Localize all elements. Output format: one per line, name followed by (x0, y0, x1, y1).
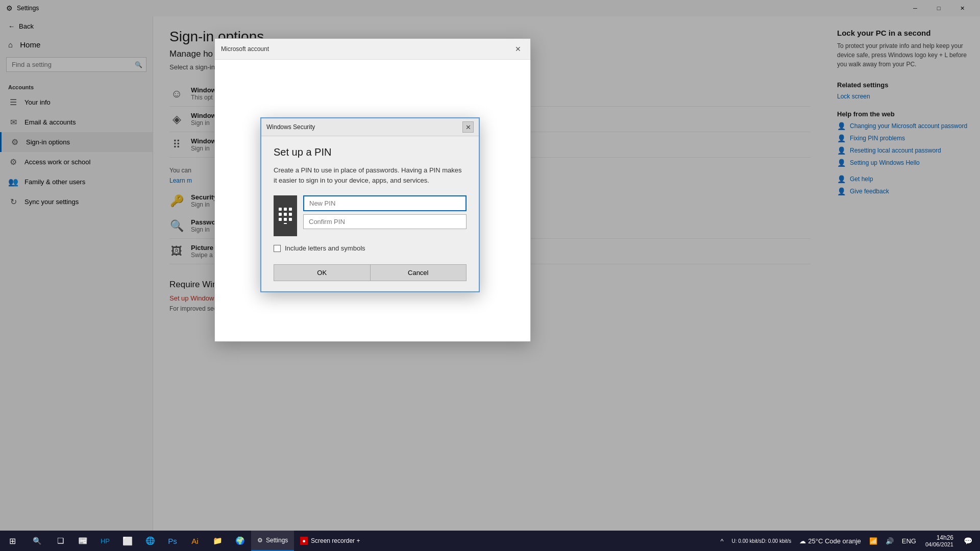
weather-text: 25°C Code oranje (808, 537, 861, 545)
svg-rect-1 (284, 208, 287, 211)
pin-dialog-titlebar: Windows Security ✕ (261, 118, 479, 136)
pin-ok-button[interactable]: OK (274, 264, 370, 281)
svg-rect-9 (284, 223, 287, 224)
illustrator-app-button[interactable]: Ai (184, 531, 206, 551)
system-tray-expand[interactable]: ^ (717, 531, 726, 551)
ms-dialog-close-button[interactable]: ✕ (512, 43, 524, 55)
svg-rect-0 (279, 208, 282, 211)
svg-rect-6 (279, 218, 282, 221)
new-pin-input[interactable] (303, 195, 467, 211)
taskbar: ⊞ 🔍 ❑ 📰 HP ⬜ 🌐 Ps Ai 📁 🌍 ⚙ Settings ● Sc… (0, 531, 980, 551)
svg-rect-7 (284, 218, 287, 221)
taskbar-right-area: ^ U: 0.00 kbit/s D: 0.00 kbit/s ☁ 25°C C… (717, 531, 980, 551)
hp-icon[interactable]: HP (94, 531, 116, 551)
screen-recorder-taskbar-app[interactable]: ● Screen recorder + (294, 531, 366, 551)
weather-icon: ☁ (799, 537, 806, 545)
upload-stat: U: 0.00 kbit/s (732, 538, 762, 544)
include-letters-checkbox-row: Include letters and symbols (274, 244, 467, 252)
svg-rect-5 (289, 213, 292, 216)
pin-fields (303, 195, 467, 229)
settings-app-icon: ⚙ (257, 537, 263, 544)
pin-input-area (274, 195, 467, 236)
edge-app-button[interactable]: 🌐 (139, 531, 161, 551)
pin-setup-desc: Create a PIN to use in place of password… (274, 165, 467, 185)
notification-center-button[interactable]: 💬 (960, 531, 976, 551)
network-stats: U: 0.00 kbit/s D: 0.00 kbit/s (729, 531, 795, 551)
pin-dialog-buttons: OK Cancel (274, 264, 467, 281)
confirm-pin-input[interactable] (303, 214, 467, 229)
weather-widget[interactable]: ☁ 25°C Code oranje (796, 531, 864, 551)
pin-dialog-title: Windows Security (266, 123, 462, 131)
include-letters-checkbox[interactable] (274, 245, 281, 252)
pin-dialog-body: Set up a PIN Create a PIN to use in plac… (261, 136, 479, 291)
file-explorer-button[interactable]: 📁 (206, 531, 229, 551)
svg-rect-2 (289, 208, 292, 211)
svg-rect-3 (279, 213, 282, 216)
svg-rect-8 (289, 218, 292, 221)
clock-date: 04/06/2021 (925, 541, 953, 547)
keypad-svg (279, 208, 292, 224)
taskbar-search-button[interactable]: 🔍 (24, 531, 49, 551)
pin-cancel-button[interactable]: Cancel (370, 264, 467, 281)
settings-taskbar-app[interactable]: ⚙ Settings (251, 531, 294, 551)
settings-app-label: Settings (266, 537, 288, 544)
clock[interactable]: 14h26 04/06/2021 (921, 531, 958, 551)
filezilla-app-button[interactable]: ⬜ (116, 531, 139, 551)
task-view-button[interactable]: ❑ (49, 531, 71, 551)
pin-setup-title: Set up a PIN (274, 146, 467, 158)
ms-dialog-titlebar: Microsoft account ✕ (215, 39, 530, 60)
keypad-icon (274, 195, 297, 236)
screen-recorder-label: Screen recorder + (311, 537, 360, 544)
volume-icon[interactable]: 🔊 (883, 531, 897, 551)
photoshop-app-button[interactable]: Ps (161, 531, 184, 551)
screen-recorder-icon: ● (300, 537, 308, 545)
pin-dialog-close-button[interactable]: ✕ (462, 121, 474, 133)
news-widget-button[interactable]: 📰 (71, 531, 94, 551)
start-button[interactable]: ⊞ (0, 531, 24, 551)
svg-rect-4 (284, 213, 287, 216)
ms-dialog-title: Microsoft account (221, 45, 512, 53)
windows-security-dialog: Windows Security ✕ Set up a PIN Create a… (260, 117, 480, 292)
include-letters-label: Include letters and symbols (285, 244, 365, 252)
network-icon[interactable]: 📶 (866, 531, 880, 551)
language-selector[interactable]: ENG (899, 531, 919, 551)
clock-time: 14h26 (937, 534, 953, 541)
download-stat: D: 0.00 kbit/s (762, 538, 791, 544)
chrome-app-button[interactable]: 🌍 (229, 531, 251, 551)
